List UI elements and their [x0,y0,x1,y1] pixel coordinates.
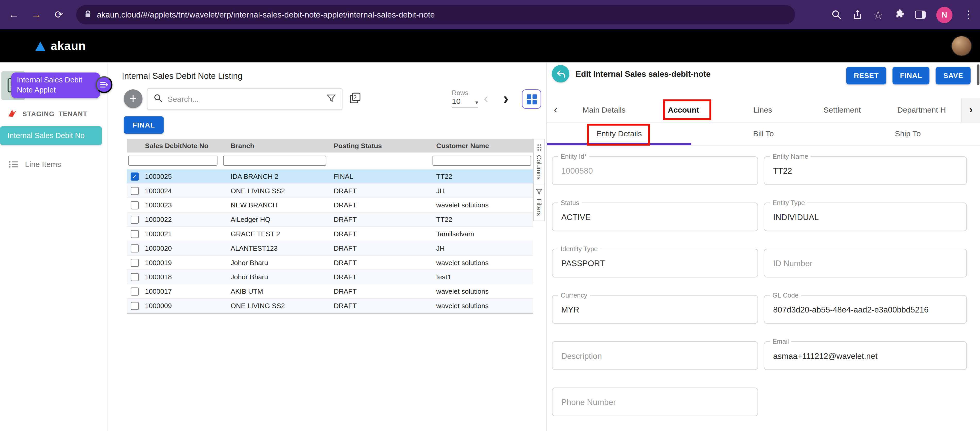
column-header-customer-name[interactable]: Customer Name [431,142,533,149]
row-checkbox[interactable] [130,258,138,267]
status-field[interactable]: Status ACTIVE [552,202,758,231]
listing-final-button[interactable]: FINAL [124,116,164,134]
reply-arrow-icon [556,70,565,78]
search-box[interactable] [147,88,342,110]
applet-title[interactable]: Internal Sales Debit Note Applet [11,72,100,98]
tab-lines[interactable]: Lines [723,106,802,115]
table-row[interactable]: 1000017 AKIB UTM DRAFT wavelet solutions [127,285,533,299]
reset-button[interactable]: RESET [846,67,886,84]
cell-no: 1000017 [142,288,221,295]
cell-status: FINAL [325,173,431,180]
filters-strip-button[interactable]: Filters [534,184,544,220]
row-checkbox[interactable] [130,230,138,238]
sidebar-item-internal-sales-debit-note[interactable]: Internal Sales Debit No [0,126,102,145]
final-button[interactable]: FINAL [892,67,929,84]
tab-department[interactable]: Department H [882,106,961,115]
tab-account[interactable]: Account [644,106,723,115]
address-bar[interactable]: akaun.cloud/#/applets/tnt/wavelet/erp/in… [76,5,795,24]
previous-page-icon[interactable]: ‹ [484,92,488,106]
add-record-button[interactable]: + [124,89,142,108]
table-row[interactable]: 1000009 ONE LIVING SS2 DRAFT wavelet sol… [127,299,533,313]
table-body: ✓ 1000025 IDA BRANCH 2 FINAL TT22 100002… [127,169,533,313]
browser-forward-icon[interactable]: → [29,9,44,20]
filter-input-branch[interactable] [223,156,326,165]
cell-branch: Johor Bharu [221,259,325,266]
column-header-posting-status[interactable]: Posting Status [325,142,431,149]
save-button[interactable]: SAVE [936,67,971,84]
cell-no: 1000024 [142,187,221,194]
user-avatar[interactable] [951,35,972,56]
subtab-entity-details[interactable]: Entity Details [547,122,691,145]
applet-menu-button[interactable] [95,76,113,93]
entity-name-label: Entity Name [770,153,811,160]
cell-status: DRAFT [325,201,431,209]
cell-no: 1000019 [142,259,221,266]
cell-branch: IDA BRANCH 2 [221,173,325,180]
column-header-no[interactable]: Sales DebitNote No [142,142,221,149]
tabs-scroll-right-icon[interactable]: › [961,98,980,122]
browser-menu-icon[interactable]: ⋮ [963,9,974,20]
cell-branch: ONE LIVING SS2 [221,302,325,309]
id-number-field[interactable]: ID Number [764,249,967,278]
zoom-icon[interactable] [831,9,842,20]
tab-main-details[interactable]: Main Details [565,106,644,115]
cell-status: DRAFT [325,245,431,252]
subtab-bill-to[interactable]: Bill To [691,122,835,145]
scrollbar-thumb[interactable] [977,64,980,85]
table-row[interactable]: 1000024 ONE LIVING SS2 DRAFT JH [127,184,533,198]
column-header-branch[interactable]: Branch [221,142,325,149]
table-row[interactable]: 1000021 GRACE TEST 2 DRAFT Tamilselvam [127,227,533,242]
share-icon[interactable] [853,10,862,20]
table-row[interactable]: 1000023 NEW BRANCH DRAFT wavelet solutio… [127,198,533,213]
next-page-icon[interactable]: › [503,90,509,106]
phone-number-field[interactable]: Phone Number [552,388,758,416]
table-row[interactable]: 1000019 Johor Bharu DRAFT wavelet soluti… [127,256,533,270]
sidebar-item-line-items[interactable]: Line Items [9,160,61,169]
cell-status: DRAFT [325,230,431,237]
rows-per-page-select[interactable]: 10 ▾ [452,97,478,107]
description-field[interactable]: Description [552,341,758,370]
gl-code-field[interactable]: GL Code 807d3d20-ab55-48e4-aad2-e3a00bbd… [764,295,967,324]
side-panel-icon[interactable] [915,11,926,19]
tenant-item[interactable]: STAGING_TENANT [8,109,88,118]
entity-type-label: Entity Type [770,199,807,206]
browser-profile-avatar[interactable]: N [936,6,953,23]
tab-settlement[interactable]: Settlement [802,106,882,115]
entity-type-field[interactable]: Entity Type INDIVIDUAL [764,202,967,231]
filter-input-debit-note-no[interactable] [128,156,218,165]
row-checkbox[interactable] [130,186,138,195]
row-checkbox[interactable] [130,273,138,281]
filter-input-customer-name[interactable] [433,156,531,165]
row-checkbox[interactable] [130,302,138,310]
row-checkbox[interactable] [130,201,138,209]
entity-id-field[interactable]: Entity Id* 1000580 [552,156,758,185]
extensions-puzzle-icon[interactable] [894,9,904,20]
email-field[interactable]: Email asmaa+111212@wavelet.net [764,341,967,370]
browser-reload-icon[interactable]: ⟳ [51,10,66,20]
grid-view-button[interactable] [522,89,541,109]
back-button[interactable] [552,65,570,83]
entity-type-value: INDIVIDUAL [773,212,819,221]
table-row[interactable]: ✓ 1000025 IDA BRANCH 2 FINAL TT22 [127,169,533,184]
bookmark-star-icon[interactable]: ☆ [873,9,883,21]
entity-name-field[interactable]: Entity Name TT22 [764,156,967,185]
cell-customer: Tamilselvam [431,230,533,237]
columns-strip-button[interactable]: Columns [534,139,544,184]
row-checkbox[interactable] [130,215,138,224]
table-row[interactable]: 1000020 ALANTEST123 DRAFT JH [127,241,533,256]
search-filter-funnel-icon[interactable] [327,94,336,105]
row-checkbox[interactable] [130,244,138,252]
identity-type-field[interactable]: Identity Type PASSPORT [552,249,758,278]
browser-back-icon[interactable]: ← [6,9,21,20]
subtab-ship-to[interactable]: Ship To [836,122,980,145]
table-row[interactable]: 1000018 Johor Bharu DRAFT test1 [127,270,533,285]
rows-per-page-label: Rows [452,89,468,96]
search-input[interactable] [167,95,322,103]
grid-icon [527,94,537,104]
currency-field[interactable]: Currency MYR [552,295,758,324]
tabs-scroll-left-icon[interactable]: ‹ [547,104,565,116]
multi-select-view-icon[interactable]: 2 [349,92,361,106]
row-checkbox[interactable] [130,287,138,296]
row-checkbox[interactable]: ✓ [130,172,138,180]
table-row[interactable]: 1000022 AiLedger HQ DRAFT TT22 [127,213,533,227]
